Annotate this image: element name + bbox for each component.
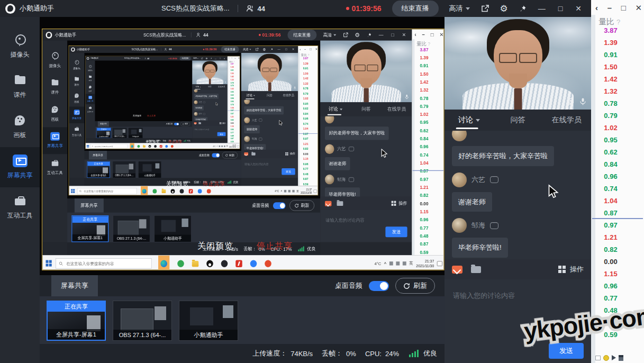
tab-qa[interactable]: 问答 — [493, 110, 542, 131]
pin-icon[interactable] — [519, 5, 527, 13]
qq-icon[interactable] — [171, 189, 175, 193]
share-section-tab[interactable]: 屏幕共享 — [98, 121, 109, 126]
chat-input[interactable] — [320, 213, 412, 228]
tray-icon[interactable] — [288, 190, 291, 193]
close-preview-button[interactable]: 关闭预览 — [166, 180, 188, 188]
stop-share-button[interactable]: 停止共享 — [168, 140, 182, 144]
stop-share-button[interactable]: 停止共享 — [257, 241, 293, 252]
edge-browser-icon[interactable] — [141, 186, 148, 195]
sidebar-item-camera[interactable]: 摄像头 — [0, 26, 40, 67]
camera-status-icon[interactable] — [566, 98, 575, 105]
sidebar-item-whiteboard[interactable]: 画板 — [69, 90, 84, 106]
envelope-icon[interactable] — [194, 122, 197, 124]
orange-app-icon[interactable] — [265, 260, 271, 267]
pin-icon[interactable] — [270, 48, 273, 51]
dark-app-icon[interactable] — [180, 189, 184, 193]
end-live-button[interactable]: 结束直播 — [287, 30, 316, 40]
tray-icon[interactable] — [219, 146, 220, 147]
folder-icon[interactable] — [471, 266, 481, 273]
minimize-button[interactable]: — — [537, 4, 547, 13]
share-icon[interactable] — [255, 48, 259, 51]
minimize-button[interactable]: — — [277, 48, 281, 51]
sidebar-item-screen-share[interactable]: 屏幕共享 — [85, 94, 95, 104]
share-section-tab[interactable]: 屏幕共享 — [51, 275, 98, 296]
edge-browser-icon[interactable] — [158, 256, 169, 270]
yellow-dot-icon[interactable] — [603, 355, 609, 361]
close-button[interactable]: ✕ — [223, 57, 225, 59]
tray-expand-icon[interactable]: ^ — [281, 189, 283, 193]
blue-app-icon[interactable] — [250, 260, 257, 267]
share-thumbnail-assistant[interactable]: 小鹅通助手 — [129, 128, 143, 138]
desktop-audio-toggle[interactable] — [273, 202, 286, 209]
stock-minimize-button[interactable]: – — [607, 4, 612, 12]
tab-qa[interactable]: 问答 — [260, 91, 279, 100]
tab-online-students[interactable]: 在线学员 — [542, 110, 591, 131]
tab-discussion[interactable]: 讨论 — [320, 102, 351, 116]
close-preview-button[interactable]: 关闭预览 — [197, 241, 233, 252]
settings-gear-icon[interactable]: ⚙ — [355, 32, 360, 38]
sidebar-item-camera[interactable]: 摄像头 — [85, 63, 95, 73]
sidebar-item-interactive-tools[interactable]: 互动工具 — [0, 187, 40, 228]
file-explorer-icon[interactable] — [192, 261, 199, 267]
red-app-icon[interactable] — [160, 145, 162, 148]
edge-browser-icon[interactable] — [130, 143, 134, 149]
orange-app-icon[interactable] — [171, 145, 174, 148]
windows-start-button[interactable] — [87, 145, 89, 148]
refresh-button[interactable]: 刷新 — [180, 122, 190, 126]
tray-expand-icon[interactable]: ^ — [384, 261, 386, 266]
sidebar-item-screen-share[interactable]: 屏幕共享 — [0, 147, 40, 187]
stock-close-button[interactable]: ✕ — [635, 4, 642, 12]
green-app-icon[interactable] — [153, 189, 157, 193]
input-language[interactable]: 英 — [409, 260, 413, 266]
input-language[interactable]: 英 — [226, 145, 228, 147]
pin-icon[interactable] — [367, 32, 371, 38]
close-preview-button[interactable]: 关闭预览 — [133, 114, 141, 117]
maximize-button[interactable]: □ — [285, 48, 287, 51]
actions-button[interactable]: 操作 — [285, 152, 295, 156]
green-app-icon[interactable] — [177, 260, 184, 267]
sidebar-item-camera[interactable]: 摄像头 — [69, 57, 84, 73]
tab-qa[interactable]: 问答 — [351, 102, 382, 116]
maximize-button[interactable]: □ — [391, 32, 395, 38]
share-thumbnail-fullscreen[interactable]: 正在共享 全屏共享-屏幕1 — [97, 128, 111, 138]
sidebar-item-interactive-tools[interactable]: 互动工具 — [42, 154, 67, 181]
quality-selector[interactable]: 高清 — [193, 57, 198, 60]
share-thumbnail-obs[interactable]: OBS 27.1.3 (64-... — [113, 301, 172, 341]
share-thumbnail-obs[interactable]: OBS 27.1.3 (64-... — [113, 215, 150, 242]
actions-button[interactable]: 操作 — [392, 200, 407, 206]
tray-icon[interactable] — [403, 261, 406, 265]
stop-share-button[interactable]: 停止共享 — [203, 180, 225, 188]
tab-discussion[interactable]: 讨论 — [192, 84, 204, 89]
tray-expand-icon[interactable]: ^ — [217, 146, 218, 148]
share-thumbnail-assistant[interactable]: 小鹅通助手 — [179, 301, 238, 341]
share-thumbnail-obs[interactable]: OBS 27.1.3 (64-... — [113, 128, 127, 138]
tray-icon[interactable] — [284, 190, 286, 193]
tab-online-students[interactable]: 在线学员 — [216, 84, 228, 89]
sidebar-item-interactive-tools[interactable]: 互动工具 — [69, 123, 84, 140]
taskbar-search[interactable] — [90, 144, 128, 148]
red-app-icon[interactable] — [189, 189, 193, 193]
end-live-button[interactable]: 结束直播 — [221, 46, 239, 52]
share-icon[interactable] — [201, 57, 203, 59]
maximize-button[interactable]: □ — [219, 57, 221, 59]
taskbar-search[interactable] — [56, 258, 151, 268]
settings-gear-icon[interactable]: ⚙ — [262, 48, 266, 51]
red-app-icon[interactable] — [235, 260, 242, 267]
qq-icon[interactable] — [149, 145, 151, 148]
quality-selector[interactable]: 高清 — [243, 48, 251, 51]
tab-online-students[interactable]: 在线学员 — [382, 102, 412, 116]
taskbar-search[interactable] — [77, 188, 137, 194]
send-button[interactable]: 发送 — [549, 343, 584, 359]
actions-button[interactable]: 操作 — [220, 122, 226, 124]
taskbar-clock[interactable]: 21:372021/11/30 — [416, 259, 434, 268]
orange-app-icon[interactable] — [207, 189, 211, 193]
tray-icon[interactable] — [224, 146, 225, 147]
quality-selector[interactable]: 高清 — [449, 4, 470, 13]
sidebar-item-courseware[interactable]: 课件 — [42, 74, 67, 101]
qq-icon[interactable] — [206, 260, 213, 267]
share-section-tab[interactable]: 屏幕共享 — [89, 151, 107, 160]
send-button[interactable]: 发送 — [282, 168, 295, 175]
end-live-button[interactable]: 结束直播 — [392, 1, 439, 16]
blue-app-icon[interactable] — [198, 189, 202, 193]
sidebar-item-screen-share[interactable]: 屏幕共享 — [42, 127, 67, 154]
